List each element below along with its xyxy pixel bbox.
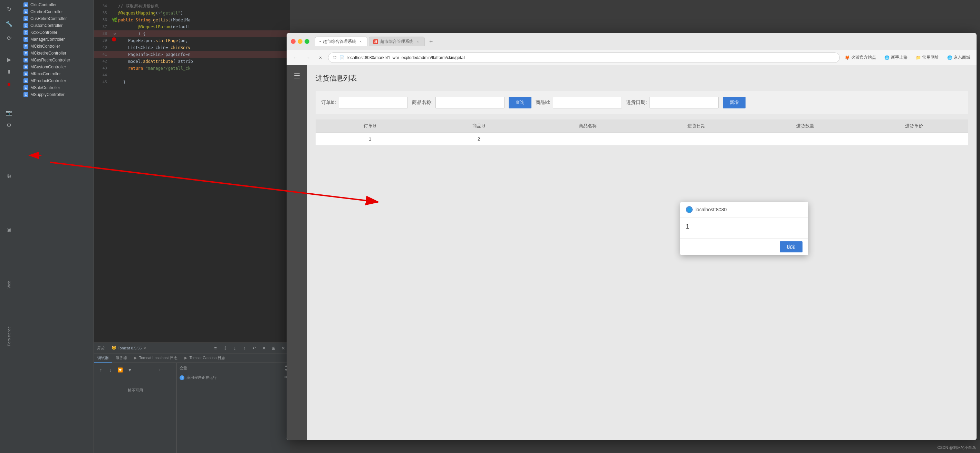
browser-tab-active[interactable]: • 超市综合管理系统 × [315,37,368,46]
file-tree-item[interactable]: CMSupplyController [18,91,94,98]
wrench-icon[interactable]: 🔧 [3,17,15,30]
product-id-label: 商品id: [536,99,550,106]
hamburger-menu[interactable] [292,71,302,81]
frames-filter-icon[interactable]: 🔽 [116,366,124,374]
step-down-icon[interactable]: ↓ [231,344,239,353]
close-button[interactable]: × [316,53,325,62]
tab-close-2[interactable]: × [415,39,420,44]
settings-icon[interactable]: ⚙ [3,119,15,131]
confirm-button[interactable]: 确定 [780,242,802,253]
product-id-input[interactable] [553,97,622,108]
file-tree-item[interactable]: CMSaleController [18,84,94,91]
bookmark-common[interactable]: 📁 常用网址 [914,54,941,62]
close-small-icon[interactable]: ✕ [279,344,287,353]
order-id-input[interactable] [339,97,408,108]
bookmark-jd[interactable]: 🌐 京东商城 [945,54,972,62]
step-icon[interactable]: ✕ [260,344,268,353]
address-bar[interactable]: 🛡 📄 localhost:8080/market1_war_exploded/… [328,52,840,63]
reload-icon[interactable]: ⟳ [3,32,15,44]
file-tree-item[interactable]: CMCusRetireController [18,57,94,64]
product-name-input[interactable] [436,97,504,108]
bookmark-firefox[interactable]: 🦊 火狐官方站点 [843,54,878,62]
file-tree-item[interactable]: CCusRetireController [18,15,94,22]
ide-sidebar-icons: ↻ 🔧 ⟳ ▶ ⏸ ■ 📷 ⚙ 结构 收藏夹 Web Persistence [0,0,18,453]
step-out-icon[interactable]: ↶ [250,344,258,353]
file-tree-item[interactable]: CMKcxxController [18,70,94,77]
product-name-label: 商品名称: [412,99,433,106]
frames-add-icon[interactable]: + [156,366,164,374]
tab-debugger[interactable]: 调试器 [94,354,112,362]
browser-nav: ← → × 🛡 📄 localhost:8080/market1_war_exp… [286,50,977,65]
firefox-icon: 🦊 [845,55,850,60]
col-order-id: 订单id [316,119,425,133]
app-main: 进货信息列表 订单id: 商品名称: 查询 商品id: 进货日期: [307,65,977,440]
tab-tomcat-catalina[interactable]: ▶ Tomcat Catalina 日志 [181,354,229,362]
stock-date-input[interactable] [649,97,719,108]
new-tab-button[interactable]: + [426,37,436,46]
tab-close-1[interactable]: × [358,39,363,44]
table-row: 1 2 [316,133,968,145]
sort-down-icon[interactable]: ⇩ [221,344,229,353]
hamburger-line [294,78,300,78]
camera-icon[interactable]: 📷 [3,106,15,119]
file-tree-item[interactable]: CCustomController [18,22,94,29]
cell-qty [751,133,859,145]
page-icon: 📄 [339,55,345,60]
tab-label-2: 超市综合管理系统 [380,39,413,45]
browser-tabs: • 超市综合管理系统 × 超 超市综合管理系统 × + [315,37,972,46]
dialog-footer: 确定 [680,238,808,255]
file-tree-item[interactable]: CManagerController [18,36,94,43]
filter-icon[interactable]: ≡ [212,344,220,353]
file-tree-item[interactable]: CMProductController [18,77,94,84]
col-qty: 进货数量 [751,119,859,133]
col-product-id: 商品id [425,119,533,133]
browser-content: 进货信息列表 订单id: 商品名称: 查询 商品id: 进货日期: [286,65,977,440]
code-line-38: 38 ⊘ ) { [94,30,290,37]
stock-date-label: 进货日期: [626,99,647,106]
down-arrow-icon[interactable]: ↓ [107,366,115,374]
tab-server[interactable]: 服务器 [112,354,130,362]
back-button[interactable]: ← [291,53,301,62]
file-tree-item[interactable]: CMCkretireController [18,50,94,57]
grid-icon[interactable]: ⊞ [269,344,278,353]
app-sidebar [286,65,307,440]
browser-tab-inactive[interactable]: 超 超市综合管理系统 × [369,37,425,46]
file-tree-item[interactable]: CKcxxController [18,29,94,36]
file-tree-item[interactable]: CMCustomController [18,64,94,70]
info-icon: ℹ [180,375,185,380]
bookmark-label-4: 京东商城 [954,54,970,60]
query-button[interactable]: 查询 [509,97,531,108]
web-label: Web [7,281,11,288]
maximize-window-btn[interactable] [305,39,309,44]
cell-date [642,133,751,145]
code-content[interactable]: 34 // 获取所有进货信息 35 @RequestMapping(☞"geta… [94,0,290,343]
tab-tomcat-localhost[interactable]: ▶ Tomcat Localhost 日志 [130,354,181,362]
up-arrow-icon[interactable]: ↑ [97,366,105,374]
step-up-icon[interactable]: ↑ [240,344,249,353]
dialog-value: 1 [686,223,689,230]
file-tree-item[interactable]: CMCkinController [18,43,94,50]
col-price: 进货单价 [859,119,968,133]
add-button[interactable]: 新增 [723,97,746,108]
play-icon[interactable]: ▶ [3,53,15,65]
minimize-window-btn[interactable] [298,39,302,44]
file-tree-item[interactable]: CCkinController [18,2,94,8]
table-header-row: 订单id 商品id 商品名称 进货日期 进货数量 进货单价 [316,119,968,133]
close-window-btn[interactable] [291,39,296,44]
order-id-label: 订单id: [321,99,336,106]
refresh-icon[interactable]: ↻ [3,3,15,15]
pause-icon[interactable]: ⏸ [3,65,15,78]
frames-minus-icon[interactable]: − [165,366,174,374]
forward-button[interactable]: → [303,53,313,62]
file-tree: CCkinController CCkretireController CCus… [18,0,94,453]
debug-main: ↑ ↓ 🔽 ▼ + − 帧不可用 变量 ℹ 应用程序正在运行 [94,363,290,453]
code-line-37: 37 @RequestParam(default [94,24,290,30]
dialog-popup: 🌐 localhost:8080 1 确定 [680,202,808,255]
frames-menu-icon[interactable]: ▼ [126,366,134,374]
stop-icon[interactable]: ■ [3,78,15,91]
shield-icon: 🛡 [332,55,337,60]
file-tree-item[interactable]: CCkretireController [18,8,94,15]
data-table: 订单id 商品id 商品名称 进货日期 进货数量 进货单价 1 2 [316,119,968,145]
bookmark-beginner[interactable]: 🌐 新手上路 [882,54,910,62]
beginner-icon: 🌐 [885,55,889,60]
